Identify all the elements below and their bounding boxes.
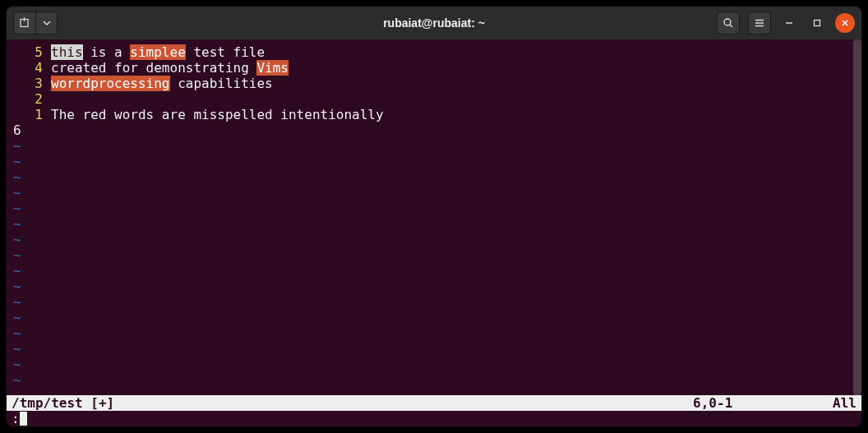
hamburger-menu-button[interactable] [748,12,771,35]
editor-area[interactable]: 5this is a simplee test file4created for… [7,39,861,395]
tab-dropdown-button[interactable] [35,12,57,34]
titlebar-left [13,12,58,35]
text-segment: created for demonstrating [51,60,256,76]
empty-line-tilde: ~ [7,185,861,200]
maximize-button[interactable] [807,13,827,33]
editor-line[interactable]: 4created for demonstrating Vims [7,60,861,76]
status-position: 6,0-1 [693,395,833,411]
line-content[interactable]: The red words are misspelled intentional… [51,107,384,122]
empty-line-tilde: ~ [7,232,861,247]
cursor-block [20,412,27,426]
cursor-word: this [51,44,83,60]
misspelled-word: worrdprocessing [51,76,170,91]
misspelled-word: Vims [256,60,289,76]
command-prefix: : [12,411,20,426]
line-content[interactable]: created for demonstrating Vims [51,60,289,76]
empty-line-tilde: ~ [7,372,861,388]
editor-line[interactable]: 6 [7,122,861,138]
status-bar: /tmp/test [+] 6,0-1 All [7,395,861,411]
search-button[interactable] [717,12,740,35]
empty-line-tilde: ~ [7,263,861,279]
line-content[interactable]: this is a simplee test file [51,44,265,60]
empty-line-tilde: ~ [7,247,861,263]
empty-line-tilde: ~ [7,169,861,185]
command-line[interactable]: : [7,411,861,426]
empty-line-tilde: ~ [7,357,861,372]
scrollbar[interactable] [853,39,861,395]
misspelled-word: simplee [130,44,185,60]
status-scroll: All [833,395,856,411]
line-content[interactable]: worrdprocessing capabilities [51,76,273,91]
text-segment: is a [83,44,131,60]
titlebar: rubaiat@rubaiat: ~ [7,7,861,39]
new-tab-group [13,12,58,35]
terminal-window: rubaiat@rubaiat: ~ 5this is a simplee te… [7,7,861,426]
editor-line[interactable]: 3worrdprocessing capabilities [7,76,861,91]
minimize-button[interactable] [779,13,799,33]
new-tab-button[interactable] [14,12,35,34]
empty-line-tilde: ~ [7,341,861,357]
line-number: 6 [7,122,21,138]
empty-line-tilde: ~ [7,294,861,310]
titlebar-right [717,12,855,35]
svg-point-3 [724,19,731,25]
line-number: 3 [7,76,51,91]
line-number: 2 [7,91,51,107]
terminal-body[interactable]: 5this is a simplee test file4created for… [7,39,861,426]
close-button[interactable] [835,13,855,33]
svg-rect-9 [815,21,820,26]
line-number: 5 [7,44,51,60]
svg-line-4 [730,25,732,27]
line-number: 1 [7,107,51,122]
empty-line-tilde: ~ [7,154,861,169]
empty-line-tilde: ~ [7,279,861,294]
empty-line-tilde: ~ [7,310,861,325]
text-segment: capabilities [170,76,273,91]
status-file: /tmp/test [+] [12,395,693,411]
editor-line[interactable]: 2 [7,91,861,107]
text-segment: The red words are misspelled intentional… [51,107,384,122]
editor-line[interactable]: 5this is a simplee test file [7,44,861,60]
empty-line-tilde: ~ [7,200,861,216]
line-number: 4 [7,60,51,76]
text-segment: test file [186,44,265,60]
empty-line-tilde: ~ [7,325,861,341]
empty-line-tilde: ~ [7,216,861,232]
editor-line[interactable]: 1The red words are misspelled intentiona… [7,107,861,122]
empty-line-tilde: ~ [7,138,861,154]
